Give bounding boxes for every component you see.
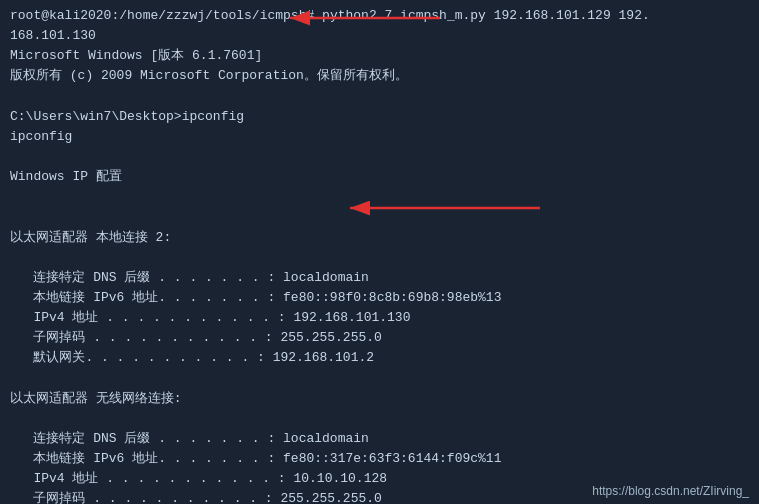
terminal-window: root@kali2020:/home/zzzwj/tools/icmpsh# …	[0, 0, 759, 504]
terminal-line-20: 以太网适配器 无线网络连接:	[10, 389, 749, 409]
prompt-hash: #	[306, 8, 322, 23]
terminal-line-1: root@kali2020:/home/zzzwj/tools/icmpsh# …	[10, 6, 749, 26]
watermark-text: https://blog.csdn.net/ZIirving_	[592, 484, 749, 498]
terminal-line-17: 子网掉码 . . . . . . . . . . . : 255.255.255…	[10, 328, 749, 348]
terminal-line-13	[10, 248, 749, 268]
terminal-line-14: 连接特定 DNS 后缀 . . . . . . . : localdomain	[10, 268, 749, 288]
terminal-line-9: Windows IP 配置	[10, 167, 749, 187]
terminal-line-11	[10, 207, 749, 227]
terminal-line-4: 版权所有 (c) 2009 Microsoft Corporation。保留所有…	[10, 66, 749, 86]
command-text: python2.7 icmpsh_m.py 192.168.101.129 19…	[322, 8, 650, 23]
terminal-line-10	[10, 187, 749, 207]
terminal-line-8	[10, 147, 749, 167]
terminal-line-22: 连接特定 DNS 后缀 . . . . . . . : localdomain	[10, 429, 749, 449]
terminal-line-2: 168.101.130	[10, 26, 749, 46]
terminal-line-5	[10, 87, 749, 107]
terminal-line-3: Microsoft Windows [版本 6.1.7601]	[10, 46, 749, 66]
terminal-line-19	[10, 369, 749, 389]
path-text: /home/zzzwj/tools/icmpsh	[119, 8, 306, 23]
user-text: root@kali2020	[10, 8, 111, 23]
terminal-line-12: 以太网适配器 本地连接 2:	[10, 228, 749, 248]
terminal-line-6: C:\Users\win7\Desktop>ipconfig	[10, 107, 749, 127]
terminal-line-23: 本地链接 IPv6 地址. . . . . . . : fe80::317e:6…	[10, 449, 749, 469]
terminal-line-15: 本地链接 IPv6 地址. . . . . . . : fe80::98f0:8…	[10, 288, 749, 308]
terminal-line-7: ipconfig	[10, 127, 749, 147]
terminal-line-16-ipv4: IPv4 地址 . . . . . . . . . . . : 192.168.…	[10, 308, 749, 328]
terminal-line-18: 默认网关. . . . . . . . . . . : 192.168.101.…	[10, 348, 749, 368]
terminal-line-21	[10, 409, 749, 429]
